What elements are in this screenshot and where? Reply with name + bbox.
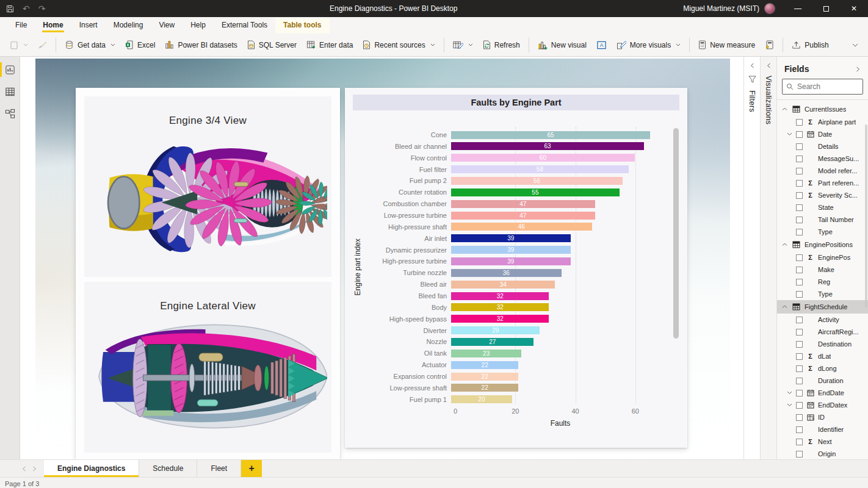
bar[interactable]: 39 xyxy=(451,234,571,242)
paste-button[interactable] xyxy=(5,37,33,52)
enter-data-button[interactable]: Enter data xyxy=(302,37,358,52)
fields-search[interactable] xyxy=(782,79,863,95)
bar[interactable]: 20 xyxy=(451,395,512,403)
tab-modeling[interactable]: Modeling xyxy=(106,18,151,34)
bar[interactable]: 22 xyxy=(451,361,518,369)
field-item[interactable]: Make xyxy=(777,264,868,276)
bar[interactable]: 29 xyxy=(451,326,540,334)
expand-hierarchy-icon[interactable] xyxy=(786,403,793,407)
field-item[interactable]: ΣdLong xyxy=(777,362,868,375)
close-button[interactable]: ✕ xyxy=(840,0,868,17)
bar[interactable]: 58 xyxy=(451,165,629,173)
faults-bar-chart-visual[interactable]: Faults by Engine Part Engine part index … xyxy=(345,88,687,448)
bar[interactable]: 23 xyxy=(451,350,521,357)
field-checkbox[interactable] xyxy=(796,291,803,298)
field-checkbox[interactable] xyxy=(796,180,803,187)
bar[interactable]: 63 xyxy=(451,142,644,150)
next-page-icon[interactable] xyxy=(32,466,37,472)
field-item[interactable]: ΣPart referen... xyxy=(777,177,868,189)
field-checkbox[interactable] xyxy=(796,254,803,261)
refresh-button[interactable]: Refresh xyxy=(478,37,525,52)
tab-table-tools[interactable]: Table tools xyxy=(275,18,329,34)
recent-sources-button[interactable]: Recent sources xyxy=(358,37,439,52)
bar[interactable]: 47 xyxy=(451,212,595,220)
report-page[interactable]: Engine 3/4 View xyxy=(35,59,730,459)
new-page-button[interactable]: + xyxy=(241,460,262,477)
table-item-fightschedule[interactable]: FightSchedule xyxy=(777,300,868,314)
undo-icon[interactable]: ↶ xyxy=(23,4,30,13)
bar[interactable]: 56 xyxy=(451,177,623,185)
quick-measure-button[interactable] xyxy=(760,37,779,52)
bar[interactable]: 39 xyxy=(451,246,571,254)
bar[interactable]: 39 xyxy=(451,257,571,265)
field-item[interactable]: Type xyxy=(777,226,868,238)
maximize-button[interactable] xyxy=(812,0,840,17)
field-checkbox[interactable] xyxy=(796,204,803,211)
expand-filters-icon[interactable] xyxy=(750,63,755,68)
search-input[interactable] xyxy=(797,82,859,91)
page-tab-engine-diagnostics[interactable]: Engine Diagnostics xyxy=(44,460,139,477)
bar[interactable]: 36 xyxy=(451,269,562,277)
collapse-table-icon[interactable] xyxy=(781,243,788,246)
text-box-button[interactable]: A xyxy=(591,37,612,53)
field-checkbox[interactable] xyxy=(796,119,803,126)
publish-button[interactable]: Publish xyxy=(787,37,833,52)
field-checkbox[interactable] xyxy=(796,156,803,162)
field-item[interactable]: ΣSeverity Sc... xyxy=(777,189,868,201)
page-tab-schedule[interactable]: Schedule xyxy=(139,460,197,477)
field-checkbox[interactable] xyxy=(796,402,803,409)
engine-three-quarter-visual[interactable]: Engine 3/4 View xyxy=(84,96,331,277)
new-measure-button[interactable]: New measure xyxy=(693,37,760,52)
field-checkbox[interactable] xyxy=(796,317,803,323)
filters-pane-collapsed[interactable]: Filters xyxy=(743,57,760,459)
collapse-fields-icon[interactable] xyxy=(855,66,861,72)
field-item[interactable]: Date xyxy=(777,128,868,140)
bar[interactable]: 32 xyxy=(451,292,549,300)
field-checkbox[interactable] xyxy=(796,365,803,372)
redo-icon[interactable]: ↷ xyxy=(38,4,46,13)
tab-home[interactable]: Home xyxy=(35,18,71,34)
format-painter-button[interactable] xyxy=(33,38,52,52)
table-item-currentissues[interactable]: CurrentIssues xyxy=(777,102,868,116)
field-checkbox[interactable] xyxy=(796,279,803,285)
new-visual-button[interactable]: New visual xyxy=(533,37,591,53)
scrollbar-thumb[interactable] xyxy=(673,128,679,339)
field-item[interactable]: ΣNext xyxy=(777,436,868,448)
tab-help[interactable]: Help xyxy=(183,18,214,34)
bar[interactable]: 22 xyxy=(451,384,518,392)
field-item[interactable]: Destination xyxy=(777,338,868,350)
power-bi-datasets-button[interactable]: Power BI datasets xyxy=(160,37,242,52)
more-visuals-button[interactable]: More visuals xyxy=(612,37,685,53)
field-item[interactable]: Type xyxy=(777,288,868,300)
field-item[interactable]: MessageSu... xyxy=(777,152,868,165)
collapse-table-icon[interactable] xyxy=(781,107,788,111)
visualizations-pane-collapsed[interactable]: Visualizations xyxy=(760,57,776,459)
sql-server-button[interactable]: SQL Server xyxy=(242,37,302,52)
chart-scrollbar[interactable] xyxy=(673,128,679,404)
collapse-table-icon[interactable] xyxy=(781,305,788,309)
field-checkbox[interactable] xyxy=(796,168,803,174)
transform-data-button[interactable] xyxy=(448,37,478,53)
bar[interactable]: 46 xyxy=(451,223,592,231)
save-icon[interactable] xyxy=(6,5,14,13)
tab-external-tools[interactable]: External Tools xyxy=(214,18,275,34)
report-canvas[interactable]: Engine 3/4 View xyxy=(20,57,743,459)
field-item[interactable]: Reg xyxy=(777,276,868,288)
bar[interactable]: 27 xyxy=(451,338,533,346)
engine-views-card[interactable]: Engine 3/4 View xyxy=(76,88,340,459)
field-checkbox[interactable] xyxy=(796,267,803,273)
expand-hierarchy-icon[interactable] xyxy=(786,132,793,136)
field-checkbox[interactable] xyxy=(796,329,803,336)
fields-scrollbar[interactable] xyxy=(865,124,867,307)
field-checkbox[interactable] xyxy=(796,192,803,199)
field-item[interactable]: Duration xyxy=(777,375,868,387)
data-view-button[interactable] xyxy=(0,84,20,99)
get-data-button[interactable]: Get data xyxy=(60,37,120,52)
field-item[interactable]: ΣAirplane part xyxy=(777,116,868,128)
tab-file[interactable]: File xyxy=(7,18,35,34)
field-item[interactable]: EndDate xyxy=(777,387,868,399)
field-item[interactable]: Details xyxy=(777,140,868,152)
tab-insert[interactable]: Insert xyxy=(71,18,106,34)
expand-visualizations-icon[interactable] xyxy=(766,63,772,68)
field-checkbox[interactable] xyxy=(796,143,803,150)
